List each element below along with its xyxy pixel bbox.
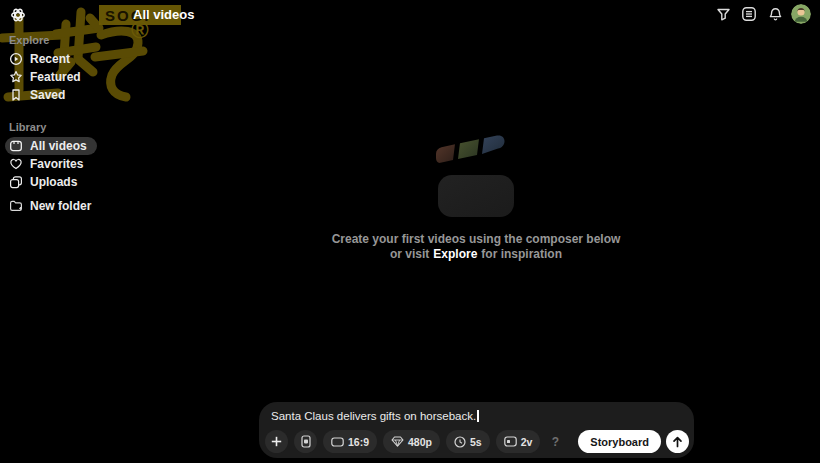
main-content: Create your first videos using the compo… [132, 0, 820, 463]
sidebar-item-label: Favorites [30, 157, 83, 171]
avatar[interactable] [791, 4, 811, 24]
add-button[interactable] [265, 430, 288, 453]
sidebar-item-recent[interactable]: Recent [5, 50, 80, 68]
bookmark-icon [9, 88, 23, 102]
sidebar-item-label: Saved [30, 88, 65, 102]
sidebar-item-featured[interactable]: Featured [5, 68, 91, 86]
library-section-header: Library [9, 121, 46, 133]
sora-app: { "watermark": { "brand": "SOGI", "regis… [0, 0, 820, 463]
play-circle-icon [9, 52, 23, 66]
empty-state-line1: Create your first videos using the compo… [132, 232, 820, 246]
sidebar-item-all-videos[interactable]: All videos [5, 137, 97, 155]
sidebar-item-saved[interactable]: Saved [5, 86, 75, 104]
composer-toolbar: 16:9 480p 5s 2v ? [265, 430, 564, 453]
sidebar-item-label: Recent [30, 52, 70, 66]
empty-state-line2: or visit Explore for inspiration [132, 247, 820, 261]
bell-icon [768, 7, 783, 22]
page-title: All videos [133, 7, 194, 22]
explore-link[interactable]: Explore [433, 247, 477, 261]
filter-button[interactable] [710, 1, 736, 27]
clock-icon [454, 436, 466, 448]
empty-state-message: Create your first videos using the compo… [132, 232, 820, 261]
topbar-actions [710, 0, 820, 28]
preset-button[interactable] [294, 430, 317, 453]
sidebar-item-uploads[interactable]: Uploads [5, 173, 87, 191]
sidebar-item-favorites[interactable]: Favorites [5, 155, 93, 173]
composer-panel: Santa Claus delivers gifts on horseback.… [259, 402, 694, 458]
plus-icon [271, 436, 282, 447]
sidebar-item-new-folder[interactable]: New folder [5, 197, 101, 215]
sidebar-item-label: New folder [30, 199, 91, 213]
variations-button[interactable]: 2v [496, 430, 541, 453]
sidebar-item-label: Uploads [30, 175, 77, 189]
submit-button[interactable] [666, 430, 689, 453]
prompt-input[interactable]: Santa Claus delivers gifts on horseback. [271, 410, 682, 422]
empty-state-line2-suffix: for inspiration [481, 247, 562, 261]
clapperboard-illustration [431, 128, 521, 220]
duration-value: 5s [470, 436, 482, 448]
sidebar: Explore Recent Featured Saved Library Al… [0, 0, 130, 463]
arrow-up-icon [672, 436, 683, 448]
prompt-text: Santa Claus delivers gifts on horseback. [271, 410, 476, 422]
aspect-ratio-button[interactable]: 16:9 [323, 430, 377, 453]
videos-icon [9, 139, 23, 153]
aspect-ratio-icon [331, 437, 344, 447]
preset-icon [300, 435, 312, 448]
variations-value: 2v [521, 436, 533, 448]
folder-plus-icon [9, 199, 23, 213]
feed-button[interactable] [736, 1, 762, 27]
gem-icon [391, 436, 404, 447]
variations-icon [504, 436, 517, 447]
duration-button[interactable]: 5s [446, 430, 490, 453]
sidebar-item-label: Featured [30, 70, 81, 84]
heart-icon [9, 157, 23, 171]
app-logo-icon[interactable] [10, 7, 26, 23]
help-button[interactable]: ? [546, 435, 564, 449]
sidebar-item-label: All videos [30, 139, 87, 153]
empty-state-line2-prefix: or visit [390, 247, 429, 261]
composer-actions: Storyboard [578, 430, 689, 453]
uploads-icon [9, 175, 23, 189]
feed-icon [741, 6, 757, 22]
storyboard-button[interactable]: Storyboard [578, 430, 661, 453]
explore-section-header: Explore [9, 34, 49, 46]
star-icon [9, 70, 23, 84]
avatar-image [791, 4, 811, 24]
text-caret [477, 410, 479, 422]
notifications-button[interactable] [762, 1, 788, 27]
resolution-button[interactable]: 480p [383, 430, 440, 453]
aspect-ratio-value: 16:9 [348, 436, 369, 448]
filter-icon [716, 7, 731, 22]
resolution-value: 480p [408, 436, 432, 448]
